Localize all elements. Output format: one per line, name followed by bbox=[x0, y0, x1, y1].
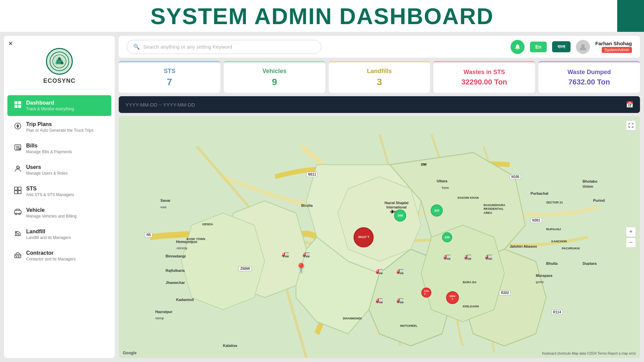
vehicle-nav-subtitle: Manage Vehicles and Billing bbox=[26, 214, 76, 219]
stat-card-wastes: Wastes in STS 32290.00 Ton bbox=[433, 61, 535, 93]
sidebar-item-dashboard[interactable]: Dashboard Track & Monitor everything bbox=[7, 95, 111, 116]
language-bn-button[interactable]: বাংলা bbox=[552, 41, 571, 52]
map-label-duptara: Duptara bbox=[583, 261, 597, 265]
map-label-dhaka: ঢাকা bbox=[421, 162, 426, 167]
map-label-savar-bn: সাভার bbox=[160, 206, 166, 209]
truck-icon-1: 🚛 bbox=[282, 250, 289, 258]
zoom-in-button[interactable]: + bbox=[626, 227, 636, 237]
map-container[interactable]: Savar সাভার Hemayetpur হেমায়েতপুর Jhaow… bbox=[119, 116, 640, 358]
landfill-nav-title: Landfill bbox=[26, 229, 71, 235]
sidebar-close-button[interactable]: ✕ bbox=[8, 40, 13, 47]
banner-accent bbox=[617, 0, 644, 32]
svg-rect-26 bbox=[17, 256, 19, 258]
logo-icon bbox=[46, 48, 73, 75]
svg-rect-25 bbox=[15, 254, 21, 258]
sts-value: 7 bbox=[167, 77, 172, 87]
map-label-hazratpur: Hazratpur bbox=[155, 310, 172, 314]
map-label-murapara: Murapara bbox=[536, 274, 552, 278]
svg-marker-35 bbox=[181, 213, 265, 309]
sidebar-item-bills[interactable]: Bills Manage Bills & Payments bbox=[7, 138, 111, 159]
users-icon bbox=[14, 165, 21, 175]
page-title: SYSTEM ADMIN DASHBOARD bbox=[150, 3, 494, 29]
search-icon: 🔍 bbox=[133, 44, 140, 50]
user-avatar bbox=[576, 40, 590, 54]
stat-card-vehicles: Vehicles 9 bbox=[224, 61, 325, 93]
svg-rect-18 bbox=[18, 187, 21, 190]
dumped-label: Waste Dumped bbox=[568, 69, 611, 76]
map-label-dhanmondi: DHANMONDI bbox=[343, 317, 362, 320]
language-en-button[interactable]: En bbox=[530, 42, 547, 52]
date-placeholder[interactable]: YYYY-MM-DD ~ YYYY-MM-DD bbox=[125, 102, 195, 108]
trip-plans-nav-title: Trip Plans bbox=[26, 121, 94, 127]
truck-icon-5: 🚛 bbox=[443, 253, 451, 260]
svg-rect-17 bbox=[14, 187, 17, 190]
map-label-sector21: SECTOR 21 bbox=[546, 201, 563, 204]
truck-icon-8: 🚛 bbox=[376, 296, 383, 304]
map-label-jhaowchar: Jhaowchar bbox=[166, 281, 185, 285]
zoom-out-button[interactable]: − bbox=[626, 238, 636, 248]
sidebar-item-sts[interactable]: STS Add STS & STS Managers bbox=[7, 181, 111, 202]
sidebar-item-trip-plans[interactable]: Trip Plans Plan or Auto Generate the Tru… bbox=[7, 117, 111, 137]
road-n301-label: N301 bbox=[531, 218, 542, 223]
map-label-birulia: Birulia bbox=[301, 203, 313, 207]
map-label-bank-town: BANK TOWN bbox=[186, 237, 205, 241]
stat-card-landfills: Landfills 3 bbox=[329, 61, 430, 93]
map-label-rupganj: RUPGANJ bbox=[546, 228, 561, 231]
road-r114-label: R114 bbox=[551, 310, 563, 315]
svg-marker-37 bbox=[338, 177, 421, 261]
contractor-nav-subtitle: Contactor and its Managers bbox=[26, 257, 75, 261]
map-label-bhulta: Bhulta bbox=[546, 261, 557, 265]
road-n5-label: N5 bbox=[145, 232, 153, 237]
user-role-badge: SystemAdmin bbox=[602, 47, 632, 53]
map-label-binnadangi: Binnadangi bbox=[166, 254, 186, 258]
vehicles-value: 9 bbox=[272, 77, 277, 87]
marker-green-268: 268 bbox=[394, 209, 406, 222]
dashboard-nav-title: Dashboard bbox=[26, 100, 74, 106]
vehicles-label: Vehicles bbox=[262, 68, 286, 75]
truck-icon-9: 🚛 bbox=[396, 296, 404, 304]
marker-green-200: 200 bbox=[442, 232, 452, 242]
calendar-icon[interactable]: 📅 bbox=[626, 101, 633, 108]
map-label-hemayetpur-bn: হেমায়েতপুর bbox=[176, 247, 187, 250]
map-label-rajfulbaria: Rajfulbaria bbox=[166, 268, 185, 273]
map-label-kadamtoli: Kadamtoli bbox=[176, 298, 194, 302]
sts-nav-subtitle: Add STS & STS Managers bbox=[26, 192, 74, 197]
top-bar: 🔍 Search anything or any setting Keyword… bbox=[119, 36, 640, 58]
sts-icon bbox=[14, 187, 21, 196]
top-bar-right: En বাংলা Farhan Shohag SystemAdmin bbox=[511, 40, 632, 54]
svg-point-16 bbox=[19, 148, 21, 150]
sidebar-item-contractor[interactable]: Contractor Contactor and its Managers bbox=[7, 245, 111, 266]
svg-rect-11 bbox=[14, 105, 17, 108]
road-n105-label: N105 bbox=[510, 174, 521, 179]
stat-card-dumped: Waste Dumped 7632.00 Ton bbox=[538, 61, 640, 93]
sidebar-item-landfill[interactable]: Landfill Landfill and its Managers bbox=[7, 224, 111, 245]
map-label-motijheel: MOTIJHEEL bbox=[400, 324, 418, 327]
bills-nav-subtitle: Manage Bills & Payments bbox=[26, 149, 72, 154]
map-label-basundhara: BASUNDHARARESIDENTIALAREA bbox=[484, 203, 505, 215]
road-z5069-label: Z5069 bbox=[238, 266, 251, 271]
wastes-value: 32290.00 Ton bbox=[462, 78, 507, 86]
search-bar[interactable]: 🔍 Search anything or any setting Keyword bbox=[127, 40, 321, 54]
contractor-icon bbox=[14, 251, 21, 260]
sts-nav-title: STS bbox=[26, 186, 74, 192]
notification-bell-button[interactable] bbox=[511, 40, 525, 54]
map-label-pachrukhi: PACHRUKHI bbox=[562, 247, 580, 250]
map-expand-button[interactable] bbox=[626, 120, 636, 130]
map-label-genda: GENDA bbox=[202, 223, 213, 226]
svg-rect-20 bbox=[18, 191, 21, 194]
map-label-daksin-khan: DAKSIN KHAN bbox=[458, 196, 479, 199]
marker-waste-30127: 30127 T bbox=[354, 227, 374, 247]
svg-rect-10 bbox=[18, 101, 21, 104]
landfill-nav-subtitle: Landfill and its Managers bbox=[26, 235, 71, 240]
dashboard-icon bbox=[14, 101, 21, 110]
map-background: Savar সাভার Hemayetpur হেমায়েতপুর Jhaow… bbox=[119, 116, 640, 358]
sidebar-item-users[interactable]: Users Manage Users & Roles bbox=[7, 160, 111, 180]
map-label-purind: Purind bbox=[593, 198, 605, 202]
sidebar-item-vehicle[interactable]: Vehicle Manage Vehicles and Billing bbox=[7, 202, 111, 223]
right-panel: 🔍 Search anything or any setting Keyword… bbox=[119, 36, 640, 358]
map-label-barada: BARA DA bbox=[463, 281, 477, 284]
wastes-label: Wastes in STS bbox=[464, 69, 505, 76]
trip-plans-icon bbox=[14, 122, 21, 132]
stats-row: STS 7 Vehicles 9 Landfills 3 Wastes in S… bbox=[119, 61, 640, 93]
search-placeholder: Search anything or any setting Keyword bbox=[143, 44, 232, 50]
